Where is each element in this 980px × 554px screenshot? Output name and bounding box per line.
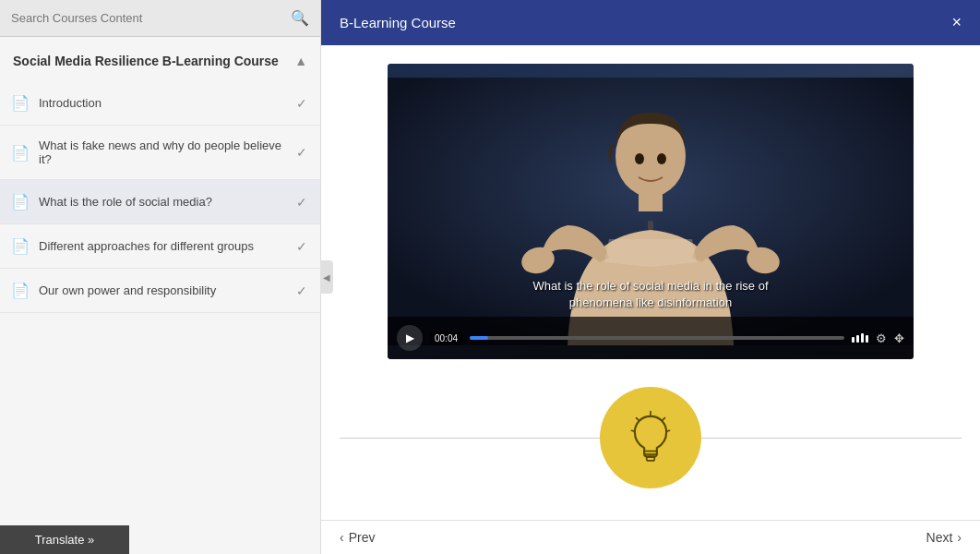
svg-rect-7 [648, 221, 653, 230]
check-icon: ✓ [296, 283, 307, 298]
prev-button[interactable]: ‹ Prev [340, 530, 375, 545]
course-header: Social Media Resilience B-Learning Cours… [0, 37, 320, 81]
svg-line-11 [663, 418, 665, 421]
bulb-section [340, 387, 962, 488]
sidebar-item-label: What is the role of social media? [39, 195, 291, 209]
check-icon: ✓ [296, 239, 307, 254]
sidebar-item-introduction[interactable]: 📄Introduction✓ [0, 81, 320, 126]
prev-chevron-icon: ‹ [340, 530, 344, 545]
person-silhouette [388, 64, 914, 359]
settings-icon[interactable]: ⚙ [876, 331, 887, 345]
next-chevron-icon: › [957, 530, 962, 545]
sidebar: 🔍 Social Media Resilience B-Learning Cou… [0, 0, 321, 554]
document-icon: 📄 [11, 282, 30, 299]
document-icon: 📄 [11, 144, 30, 162]
sidebar-item-fake-news[interactable]: 📄What is fake news and why do people bel… [0, 126, 320, 180]
next-button[interactable]: Next › [926, 530, 962, 545]
sidebar-item-label: Different approaches for different group… [39, 239, 291, 253]
check-icon: ✓ [296, 96, 307, 111]
video-timestamp: 00:04 [430, 331, 462, 345]
video-background [388, 64, 914, 359]
translate-button[interactable]: Translate » [0, 525, 129, 554]
document-icon: 📄 [11, 193, 30, 211]
play-button[interactable]: ▶ [397, 325, 423, 351]
course-title: Social Media Resilience B-Learning Cours… [13, 54, 294, 68]
video-progress-fill [470, 336, 488, 340]
course-items-list: 📄Introduction✓📄What is fake news and why… [0, 81, 320, 313]
content-area: What is the role of social media in the … [321, 45, 980, 520]
video-progress-bar[interactable] [470, 336, 844, 340]
collapse-handle[interactable]: ◀ [320, 260, 333, 294]
svg-line-13 [666, 430, 669, 431]
search-bar: 🔍 [0, 0, 320, 37]
sidebar-item-social-media-role[interactable]: 📄What is the role of social media?✓ [0, 180, 320, 224]
search-icon[interactable]: 🔍 [291, 9, 309, 27]
sidebar-item-different-approaches[interactable]: 📄Different approaches for different grou… [0, 224, 320, 269]
sidebar-item-label: Introduction [39, 96, 291, 110]
volume-icon[interactable] [852, 333, 868, 343]
top-bar: B-Learning Course × [321, 0, 980, 45]
nav-bar: ‹ Prev Next › [321, 520, 980, 554]
sidebar-item-label: Our own power and responsibility [39, 283, 291, 297]
svg-line-14 [631, 430, 634, 431]
top-bar-title: B-Learning Course [340, 15, 456, 30]
main-content: B-Learning Course × [321, 0, 980, 554]
next-label: Next [926, 530, 953, 545]
sidebar-item-label: What is fake news and why do people beli… [39, 138, 291, 166]
document-icon: 📄 [11, 94, 30, 112]
check-icon: ✓ [296, 195, 307, 210]
video-controls: ▶ 00:04 ⚙ ✥ [388, 317, 914, 359]
svg-rect-2 [639, 193, 663, 211]
svg-point-5 [635, 153, 644, 164]
fullscreen-icon[interactable]: ✥ [894, 331, 904, 345]
video-caption: What is the role of social media in the … [521, 278, 780, 311]
bulb-icon [623, 410, 678, 465]
svg-point-6 [657, 153, 666, 164]
collapse-icon[interactable]: ▲ [294, 54, 307, 68]
check-icon: ✓ [296, 145, 307, 160]
sidebar-item-own-power[interactable]: 📄Our own power and responsibility✓ [0, 269, 320, 313]
svg-rect-16 [647, 457, 655, 461]
prev-label: Prev [349, 530, 376, 545]
svg-line-12 [637, 418, 639, 421]
document-icon: 📄 [11, 237, 30, 255]
video-container: What is the role of social media in the … [388, 64, 914, 359]
search-input[interactable] [11, 11, 291, 25]
bulb-circle [600, 387, 701, 488]
close-icon[interactable]: × [951, 13, 962, 32]
